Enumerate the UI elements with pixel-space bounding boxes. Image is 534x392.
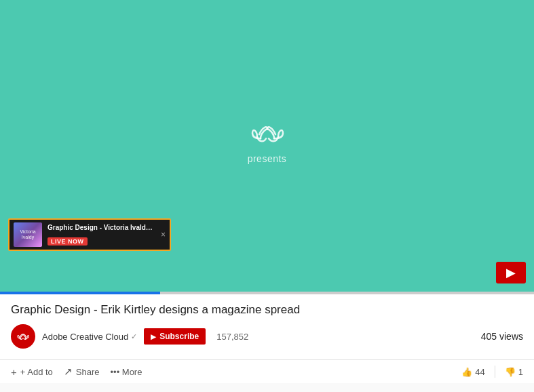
channel-row: Adobe Creative Cloud ✓ ▶ Subscribe 157,8… <box>11 324 523 349</box>
dislike-button[interactable]: 👎 1 <box>505 367 523 377</box>
channel-name[interactable]: Adobe Creative Cloud <box>42 332 128 342</box>
live-badge: LIVE NOW <box>47 237 88 246</box>
channel-avatar[interactable] <box>11 324 35 349</box>
like-dislike-divider <box>495 366 495 378</box>
action-row: + + Add to ↗ Share ••• More 👍 44 👎 1 <box>0 360 534 383</box>
video-progress-bar[interactable] <box>0 292 534 294</box>
video-center-logo: presents <box>247 118 288 164</box>
channel-name-row: Adobe Creative Cloud ✓ <box>42 332 137 342</box>
add-to-button[interactable]: + + Add to <box>11 366 53 378</box>
dislike-count: 1 <box>518 367 523 377</box>
add-icon: + <box>11 366 17 378</box>
youtube-play-icon: ▶ <box>506 265 516 280</box>
presents-text: presents <box>248 153 287 164</box>
live-notification-card[interactable]: VictoriaIvaldy Graphic Design - Victoria… <box>8 218 171 251</box>
add-to-label: + Add to <box>20 367 53 377</box>
verified-icon: ✓ <box>131 332 137 341</box>
live-card-thumbnail: VictoriaIvaldy <box>14 222 42 247</box>
adobe-avatar-icon <box>16 331 31 342</box>
thumbs-up-icon: 👍 <box>461 367 472 377</box>
live-card-title: Graphic Design - Victoria Ivaldy Day 3 <box>47 224 155 231</box>
subscribe-label: Subscribe <box>159 332 199 341</box>
more-label: ••• More <box>111 367 142 377</box>
youtube-play-icon-small: ▶ <box>151 333 156 340</box>
live-card-close-button[interactable]: × <box>161 231 166 239</box>
action-right: 👍 44 👎 1 <box>461 366 523 378</box>
video-progress-fill <box>0 292 160 294</box>
youtube-subscribe-overlay-button[interactable]: ▶ <box>496 262 526 283</box>
thumbs-down-icon: 👎 <box>505 367 516 377</box>
share-icon: ↗ <box>64 366 73 378</box>
views-count: 405 views <box>481 331 523 342</box>
more-button[interactable]: ••• More <box>111 367 142 377</box>
like-button[interactable]: 👍 44 <box>461 367 484 377</box>
video-title: Graphic Design - Erik Kirtley designs a … <box>11 302 523 317</box>
subscribe-button[interactable]: ▶ Subscribe <box>144 328 206 345</box>
channel-info: Adobe Creative Cloud ✓ <box>42 332 137 342</box>
like-count: 44 <box>475 367 484 377</box>
video-info-section: Graphic Design - Erik Kirtley designs a … <box>0 294 534 360</box>
live-card-info: Graphic Design - Victoria Ivaldy Day 3 L… <box>47 224 155 246</box>
subscriber-count: 157,852 <box>216 332 248 342</box>
channel-left: Adobe Creative Cloud ✓ ▶ Subscribe 157,8… <box>11 324 248 349</box>
share-button[interactable]: ↗ Share <box>64 366 100 378</box>
share-label: Share <box>76 367 100 377</box>
video-player[interactable]: presents VictoriaIvaldy Graphic Design -… <box>0 0 534 292</box>
adobe-cloud-logo-icon <box>247 118 288 148</box>
